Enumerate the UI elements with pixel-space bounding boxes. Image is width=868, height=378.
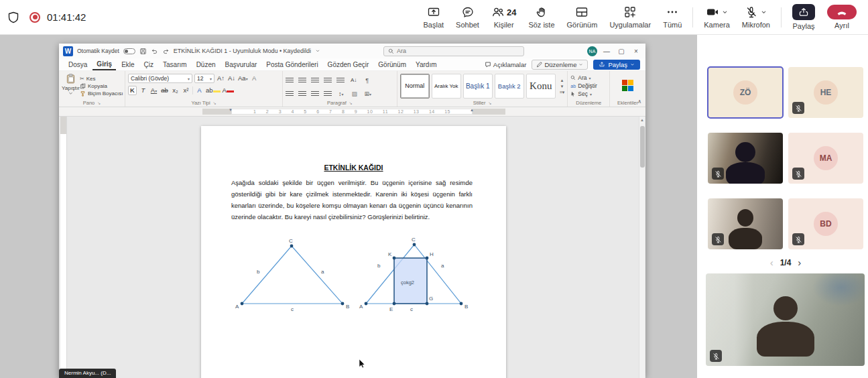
- dialog-launcher-icon[interactable]: ↘: [488, 101, 491, 105]
- multilevel-list-button[interactable]: [311, 78, 319, 84]
- subscript-button[interactable]: x₂: [171, 86, 180, 94]
- dialog-launcher-icon[interactable]: ↘: [213, 101, 216, 105]
- copy-button[interactable]: Kopyala: [80, 83, 123, 89]
- decrease-indent-button[interactable]: [324, 78, 332, 84]
- clear-formatting-button[interactable]: A: [250, 74, 259, 82]
- save-icon[interactable]: [139, 48, 147, 55]
- find-button[interactable]: Ara▾: [570, 74, 607, 81]
- dialog-launcher-icon[interactable]: ↘: [97, 101, 101, 105]
- prev-page-icon[interactable]: ‹: [770, 259, 773, 267]
- restore-button[interactable]: ▢: [616, 48, 627, 55]
- tab-posta-gonderileri[interactable]: Posta Gönderileri: [262, 60, 322, 70]
- replace-button[interactable]: ab Değiştir: [570, 82, 607, 89]
- borders-button[interactable]: ⊞▾: [363, 90, 372, 99]
- participant-tile[interactable]: MA: [788, 133, 863, 184]
- spotlight-video-tile[interactable]: [706, 273, 865, 366]
- align-center-button[interactable]: [298, 91, 306, 97]
- superscript-button[interactable]: x²: [182, 86, 190, 94]
- align-left-button[interactable]: [286, 91, 294, 97]
- show-marks-button[interactable]: ¶: [363, 76, 371, 84]
- line-spacing-button[interactable]: ↕▾: [336, 90, 345, 99]
- word-search-box[interactable]: [383, 46, 524, 56]
- editing-mode-dropdown[interactable]: Düzenleme: [532, 60, 588, 70]
- increase-indent-button[interactable]: [336, 78, 345, 84]
- styles-more-icon[interactable]: ≡▾: [560, 89, 565, 95]
- select-button[interactable]: Seç▾: [570, 90, 607, 97]
- vertical-ruler[interactable]: [60, 117, 67, 378]
- title-chevron-icon[interactable]: [315, 48, 320, 54]
- more-actions-button[interactable]: Tümü: [657, 1, 688, 34]
- microphone-button[interactable]: Mikrofon: [736, 1, 776, 34]
- apps-button[interactable]: Uygulamalar: [603, 1, 657, 34]
- style-heading1[interactable]: Başlık 1: [463, 74, 493, 99]
- strikethrough-button[interactable]: ab: [160, 86, 169, 94]
- tab-basvurular[interactable]: Başvurular: [221, 60, 261, 70]
- styles-scroll-up-icon[interactable]: ▴: [560, 77, 565, 83]
- align-right-button[interactable]: [311, 91, 319, 97]
- addins-button[interactable]: [622, 80, 634, 92]
- style-title[interactable]: Konu: [526, 74, 556, 99]
- underline-button[interactable]: A▾: [149, 86, 158, 95]
- indent-marker-left[interactable]: ▼: [229, 108, 233, 112]
- styles-scroll-down-icon[interactable]: ▾: [560, 83, 565, 89]
- sort-button[interactable]: A↓: [349, 76, 358, 84]
- document-scrollbar[interactable]: ▲: [639, 117, 645, 378]
- next-page-icon[interactable]: ›: [798, 259, 801, 267]
- participant-tile[interactable]: BD: [788, 198, 863, 249]
- participant-tile[interactable]: [708, 198, 783, 249]
- text-effects-button[interactable]: A: [195, 86, 204, 94]
- style-heading2[interactable]: Başlık 2: [495, 74, 524, 99]
- bold-button[interactable]: K: [128, 86, 137, 95]
- minimize-button[interactable]: —: [601, 48, 612, 55]
- chat-button[interactable]: Sohbet: [450, 1, 485, 34]
- view-button[interactable]: Görünüm: [561, 1, 604, 34]
- bullets-button[interactable]: [286, 78, 294, 84]
- word-search-input[interactable]: [397, 48, 504, 54]
- share-tray-button[interactable]: Paylaş: [786, 1, 821, 34]
- word-share-button[interactable]: Paylaş: [593, 60, 640, 70]
- dialog-launcher-icon[interactable]: ↘: [349, 101, 353, 105]
- scroll-up-icon[interactable]: ▲: [639, 118, 645, 122]
- font-color-button[interactable]: A: [223, 86, 234, 94]
- account-avatar[interactable]: NA: [587, 46, 597, 56]
- people-button[interactable]: 24 Kişiler: [485, 1, 522, 34]
- cut-button[interactable]: ✂Kes: [80, 76, 123, 82]
- shrink-font-button[interactable]: A↓: [227, 74, 236, 82]
- tab-giris[interactable]: Giriş: [92, 59, 116, 70]
- tab-tasarim[interactable]: Tasarım: [159, 60, 191, 70]
- format-painter-button[interactable]: Biçim Boyacısı: [80, 90, 123, 97]
- microphone-chevron-icon[interactable]: [761, 9, 767, 15]
- participant-tile[interactable]: [708, 133, 783, 184]
- leave-button[interactable]: Ayrıl: [821, 1, 863, 34]
- italic-button[interactable]: T: [139, 86, 147, 94]
- close-button[interactable]: ×: [631, 48, 641, 55]
- tab-dosya[interactable]: Dosya: [64, 60, 91, 70]
- font-name-combo[interactable]: Calibri (Gövde)▾: [128, 74, 192, 83]
- grow-font-button[interactable]: A↑: [216, 74, 225, 82]
- paste-button[interactable]: Yapıştır: [62, 73, 80, 99]
- change-case-button[interactable]: Aa▾: [238, 74, 248, 83]
- indent-marker-right[interactable]: ▲: [470, 108, 474, 112]
- tab-gozden-gecir[interactable]: Gözden Geçir: [324, 60, 373, 70]
- document-page[interactable]: ETKİNLİK KAĞIDI Aşağıda soldaki şekilde …: [201, 126, 506, 378]
- tab-gorunum[interactable]: Görünüm: [374, 60, 410, 70]
- raise-hand-button[interactable]: Söz iste: [522, 1, 560, 34]
- style-normal[interactable]: Normal: [400, 74, 430, 99]
- redo-icon[interactable]: [162, 48, 170, 55]
- camera-chevron-icon[interactable]: [722, 9, 728, 15]
- tab-ciz[interactable]: Çiz: [140, 60, 158, 70]
- numbering-button[interactable]: [298, 78, 306, 84]
- tab-duzen[interactable]: Düzen: [192, 60, 220, 70]
- participant-tile[interactable]: ZÖ: [708, 67, 783, 118]
- autosave-toggle[interactable]: [123, 48, 135, 54]
- recording-indicator-icon[interactable]: [29, 12, 40, 23]
- tab-yardim[interactable]: Yardım: [412, 60, 441, 70]
- justify-button[interactable]: [324, 91, 332, 97]
- collapse-ribbon-icon[interactable]: ∧: [637, 99, 641, 105]
- camera-button[interactable]: Kamera: [698, 1, 736, 34]
- shading-button[interactable]: ▨: [350, 90, 359, 98]
- style-no-spacing[interactable]: Aralık Yok: [432, 74, 461, 99]
- start-presenting-button[interactable]: Başlat: [417, 1, 450, 34]
- font-size-combo[interactable]: 12▾: [194, 74, 214, 83]
- horizontal-ruler[interactable]: 1 2 3 4 5 6 7 8 9 10 11 12 13 14 15 ▼ ▲: [59, 107, 645, 117]
